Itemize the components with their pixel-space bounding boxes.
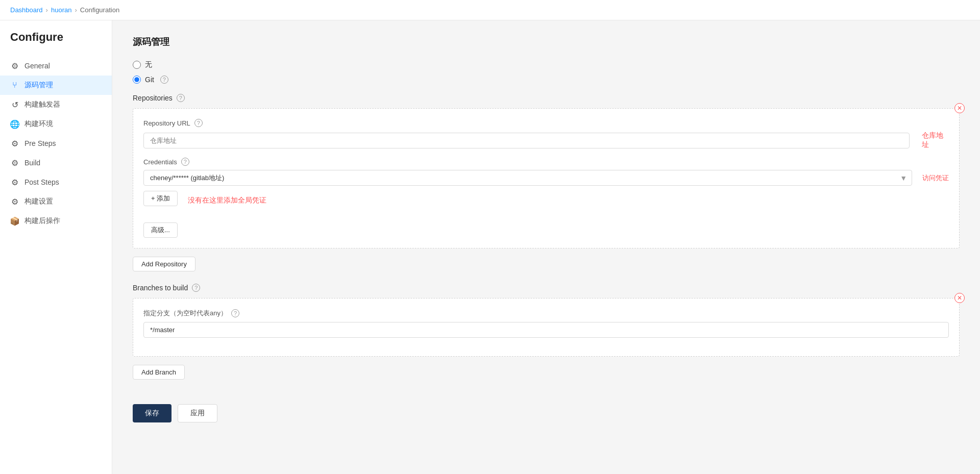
breadcrumb-current: Configuration bbox=[80, 6, 119, 14]
branches-label: Branches to build ? bbox=[133, 284, 960, 292]
globe-icon: 🌐 bbox=[10, 119, 19, 129]
sidebar-item-build[interactable]: ⚙ Build bbox=[0, 153, 112, 172]
gear-icon-3: ⚙ bbox=[10, 158, 19, 167]
sidebar-item-post-steps[interactable]: ⚙ Post Steps bbox=[0, 172, 112, 192]
repository-url-input[interactable] bbox=[143, 133, 910, 148]
sidebar-item-label: 构建设置 bbox=[24, 197, 53, 206]
sidebar: Configure ⚙ General ⑂ 源码管理 ↺ 构建触发器 🌐 构建环… bbox=[0, 20, 112, 474]
credentials-select[interactable]: cheney/****** (gitlab地址) bbox=[143, 170, 912, 186]
refresh-icon: ↺ bbox=[10, 100, 19, 109]
sidebar-item-label: 构建后操作 bbox=[24, 216, 60, 226]
radio-git[interactable]: Git ? bbox=[133, 76, 960, 84]
credentials-label: Credentials ? bbox=[143, 158, 949, 166]
branch-help-icon[interactable]: ? bbox=[231, 309, 239, 317]
breadcrumb-huoran[interactable]: huoran bbox=[51, 6, 71, 14]
branches-help-icon[interactable]: ? bbox=[192, 284, 200, 292]
box-icon: 📦 bbox=[10, 216, 19, 226]
sidebar-item-label: 源码管理 bbox=[24, 81, 53, 90]
sidebar-item-label: 构建环境 bbox=[24, 119, 53, 129]
sidebar-item-label: Pre Steps bbox=[24, 139, 56, 147]
branch-field-row: 指定分支（为空时代表any） ? bbox=[143, 309, 949, 338]
repository-url-label: Repository URL ? bbox=[143, 119, 949, 127]
credentials-help-icon[interactable]: ? bbox=[181, 158, 189, 166]
repositories-label: Repositories ? bbox=[133, 94, 960, 102]
sidebar-item-label: 构建触发器 bbox=[24, 100, 60, 109]
action-bar: 保存 应用 bbox=[133, 404, 960, 422]
branch-icon: ⑂ bbox=[10, 81, 19, 90]
advanced-button[interactable]: 高级... bbox=[143, 222, 178, 238]
radio-none-label: 无 bbox=[145, 60, 152, 69]
gear-icon-2: ⚙ bbox=[10, 139, 19, 148]
apply-button[interactable]: 应用 bbox=[178, 404, 217, 422]
section-title: 源码管理 bbox=[133, 36, 960, 48]
add-annotation: 没有在这里添加全局凭证 bbox=[188, 196, 266, 205]
credentials-select-row: cheney/****** (gitlab地址) ▼ 访问凭证 bbox=[143, 170, 949, 186]
repository-box: ✕ Repository URL ? 仓库地址 Credentials bbox=[133, 108, 960, 248]
branch-box: ✕ 指定分支（为空时代表any） ? bbox=[133, 298, 960, 357]
sidebar-item-pre-steps[interactable]: ⚙ Pre Steps bbox=[0, 134, 112, 153]
add-credentials-row: + 添加 没有在这里添加全局凭证 bbox=[143, 191, 949, 210]
repository-box-wrapper: ✕ Repository URL ? 仓库地址 Credentials bbox=[133, 108, 960, 248]
add-credentials-button[interactable]: + 添加 bbox=[143, 191, 178, 206]
branch-input[interactable] bbox=[143, 322, 949, 338]
sidebar-item-env[interactable]: 🌐 构建环境 bbox=[0, 114, 112, 134]
sidebar-item-source[interactable]: ⑂ 源码管理 bbox=[0, 76, 112, 95]
git-help-icon[interactable]: ? bbox=[160, 76, 168, 84]
sidebar-item-settings[interactable]: ⚙ 构建设置 bbox=[0, 192, 112, 211]
radio-git-label: Git bbox=[145, 76, 154, 84]
add-repository-button[interactable]: Add Repository bbox=[133, 257, 195, 271]
repository-url-row: Repository URL ? 仓库地址 bbox=[143, 119, 949, 149]
breadcrumb: Dashboard › huoran › Configuration bbox=[0, 0, 980, 20]
repositories-help-icon[interactable]: ? bbox=[177, 94, 185, 102]
add-branch-button[interactable]: Add Branch bbox=[133, 365, 185, 380]
sidebar-item-trigger[interactable]: ↺ 构建触发器 bbox=[0, 95, 112, 114]
sidebar-item-label: Post Steps bbox=[24, 178, 59, 186]
gear-icon-4: ⚙ bbox=[10, 178, 19, 187]
breadcrumb-dashboard[interactable]: Dashboard bbox=[10, 6, 43, 14]
sidebar-item-label: General bbox=[24, 62, 50, 70]
main-content: 源码管理 无 Git ? Repositories ? ✕ bbox=[112, 20, 980, 474]
breadcrumb-sep-1: › bbox=[46, 6, 48, 14]
repository-close-icon[interactable]: ✕ bbox=[954, 103, 965, 113]
radio-git-input[interactable] bbox=[133, 76, 141, 84]
credentials-row: Credentials ? cheney/****** (gitlab地址) ▼… bbox=[143, 158, 949, 210]
repository-url-annotation: 仓库地址 bbox=[922, 131, 949, 149]
radio-none-input[interactable] bbox=[133, 61, 141, 69]
sidebar-item-post-build[interactable]: 📦 构建后操作 bbox=[0, 211, 112, 231]
gear-icon: ⚙ bbox=[10, 61, 19, 70]
radio-none[interactable]: 无 bbox=[133, 60, 960, 69]
scm-radio-group: 无 Git ? bbox=[133, 60, 960, 84]
save-button[interactable]: 保存 bbox=[133, 404, 172, 422]
sidebar-title: Configure bbox=[0, 31, 112, 56]
branch-box-wrapper: ✕ 指定分支（为空时代表any） ? bbox=[133, 298, 960, 357]
branch-close-icon[interactable]: ✕ bbox=[954, 293, 965, 303]
sidebar-item-general[interactable]: ⚙ General bbox=[0, 56, 112, 76]
breadcrumb-sep-2: › bbox=[75, 6, 77, 14]
credentials-annotation: 访问凭证 bbox=[922, 173, 949, 183]
gear-icon-5: ⚙ bbox=[10, 197, 19, 206]
sidebar-item-label: Build bbox=[24, 159, 40, 167]
branch-field-label: 指定分支（为空时代表any） ? bbox=[143, 309, 949, 318]
url-help-icon[interactable]: ? bbox=[194, 119, 203, 127]
